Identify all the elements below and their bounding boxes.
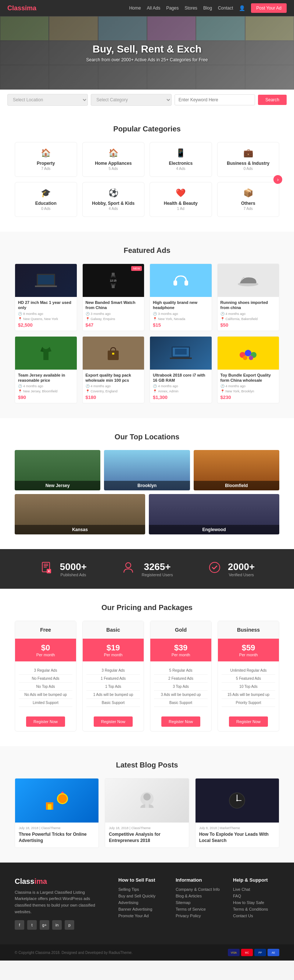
footer-link-safe[interactable]: How to Stay Safe [233,900,279,905]
stat-label: Verified Users [228,573,255,577]
category-property[interactable]: 🏠 Property 7 Ads [15,142,77,177]
price-period: Per month [19,652,72,657]
ad-card-bag[interactable]: Export quality bag pack wholesale min 10… [82,336,145,404]
ad-meta: 🕐3 months ago [86,312,142,316]
plan-price: $59 Per month [218,639,279,662]
ad-image [15,264,77,297]
footer-link-terms[interactable]: Terms of Service [176,907,222,912]
blog-post-2[interactable]: July 18, 2018 | ClassiTheme Competitive … [105,778,189,848]
ad-price: $2,500 [18,322,74,328]
blog-post-1[interactable]: July 18, 2018 | ClassiTheme Three Powerf… [15,778,99,848]
category-health[interactable]: ❤️ Health & Beauty 1 Ad [150,182,212,217]
pinterest-icon[interactable]: p [65,920,74,930]
footer-link-sitemap[interactable]: Sitemap [176,900,222,905]
logo: Classima [7,5,37,12]
ad-info: High quality brand new headphone 🕐3 mont… [150,297,212,331]
price-dollar: $0 [19,643,72,652]
ad-card-shoe[interactable]: Running shoes imported from china 🕐4 mon… [217,264,280,331]
user-icon[interactable]: 👤 [239,5,245,11]
ad-card-laptop2[interactable]: Ultrabook 2018 core i7 with 16 GB RAM 🕐4… [150,336,212,404]
ad-card-watch[interactable]: NEW 12:15 New Banded Smart Watch from Ch… [82,264,145,331]
ad-card-toys[interactable]: Toy Bundle Export Quality form China who… [217,336,280,404]
footer-link-advertising[interactable]: Advertising [118,900,165,905]
blog-date: July 18, 2018 | ClassiTheme [19,826,95,830]
post-your-ad-button[interactable]: Post Your Ad [251,3,287,13]
footer-link-tc[interactable]: Terms & Conditions [233,907,279,912]
category-business[interactable]: 💼 Business & Industry 0 Ads [217,142,280,177]
location-bloomfield[interactable]: Bloomfield [194,450,279,490]
nav-contact[interactable]: Contact [218,5,233,11]
footer-link-banner[interactable]: Banner Advertising [118,907,165,912]
nav-allads[interactable]: All Ads [147,5,160,11]
footer-link-blog[interactable]: Blog & Articles [176,894,222,898]
svg-rect-17 [170,358,192,359]
facebook-icon[interactable]: f [15,920,24,930]
ad-meta: 🕐3 months ago [153,312,209,316]
register-business-button[interactable]: Register Now [229,716,268,727]
ad-title: New Banded Smart Watch from China [86,300,142,310]
feature: 10 Top Ads [222,683,275,691]
price-dollar: $19 [87,643,139,652]
feature: Limited Support [19,699,72,707]
footer-link-buy-sell[interactable]: Buy and Sell Quickly [118,894,165,898]
footer-link-promote[interactable]: Promote Your Ad [118,913,165,918]
ad-price: $47 [86,322,142,328]
svg-rect-13 [112,353,114,355]
ad-card-jersey[interactable]: Team Jersey available in reasonable pric… [15,336,77,404]
plan-features: 5 Regular Ads 2 Featured Ads 3 Top Ads 3… [150,662,211,712]
ad-price: $90 [18,395,74,400]
nav-blog[interactable]: Blog [203,5,212,11]
category-electronics[interactable]: 📱 Electronics 4 Ads [150,142,212,177]
ad-card-headphone[interactable]: High quality brand new headphone 🕐3 mont… [150,264,212,331]
svg-point-35 [58,794,67,803]
footer-link-selling-tips[interactable]: Selling Tips [118,887,165,891]
location-englewood[interactable]: Englewood [149,494,279,535]
register-free-button[interactable]: Register Now [26,716,65,727]
price-period: Per month [222,652,275,657]
featured-ads-section: Featured Ads HD 27 inch Mac 1 year used … [0,232,294,418]
ad-card-laptop[interactable]: HD 27 inch Mac 1 year used only 🕐 8 mont… [15,264,77,331]
keyword-input[interactable] [174,94,255,105]
location-new-jersey[interactable]: New Jersey [15,450,100,490]
google-icon[interactable]: g+ [40,920,49,930]
category-education[interactable]: 🎓 Education 0 Ads [15,182,77,217]
nav-home[interactable]: Home [129,5,141,11]
mastercard-icon: MC [241,949,253,956]
twitter-icon[interactable]: t [27,920,37,930]
category-others[interactable]: 📦 Others 7 Ads [217,182,280,217]
register-basic-button[interactable]: Register Now [94,716,133,727]
category-home-appliances[interactable]: 🏠 Home Appliances 5 Ads [82,142,145,177]
footer-link-privacy[interactable]: Privacy Policy [176,913,222,918]
categories-next-button[interactable]: › [273,175,282,184]
search-button[interactable]: Search [258,95,287,105]
svg-point-21 [243,356,247,360]
nav-pages[interactable]: Pages [166,5,179,11]
footer-link-company[interactable]: Company & Contact Info [176,887,222,891]
location-select[interactable]: Select Location [7,94,88,106]
category-select[interactable]: Select Category [91,94,171,106]
nav-stores[interactable]: Stores [184,5,197,11]
svg-point-22 [249,356,253,360]
footer-link-faq[interactable]: FAQ [233,894,279,898]
location-brooklyn[interactable]: Brooklyn [104,450,190,490]
location-kansas[interactable]: Kansas [15,494,145,535]
feature: 2 Featured Ads [154,675,208,683]
pin-icon: 📍 [18,317,22,321]
linkedin-icon[interactable]: in [52,920,62,930]
footer-link-livechat[interactable]: Live Chat [233,887,279,891]
ad-image [217,264,279,297]
footer-bottom: © Copyright Classima 2018. Designed and … [0,944,294,961]
feature: 3 Ads will be bumped up [154,691,208,699]
ad-price: $50 [220,322,276,328]
blog-post-3[interactable]: July 8, 2018 | MarketTheme How To Explod… [195,778,279,848]
ad-price: $180 [86,395,142,400]
appliances-icon: 🏠 [87,148,140,158]
category-name: Education [19,201,72,206]
ad-title: Team Jersey available in reasonable pric… [18,372,74,383]
feature: 3 Regular Ads [19,667,72,675]
blog-image-1 [15,778,99,822]
category-hobby[interactable]: ⚽ Hobby, Sport & Kids 4 Ads [82,182,145,217]
register-gold-button[interactable]: Register Now [161,716,200,727]
footer-link-contact[interactable]: Contact Us [233,913,279,918]
stats-bar: 5000+ Published Ads 3265+ Registered Use… [0,549,294,589]
